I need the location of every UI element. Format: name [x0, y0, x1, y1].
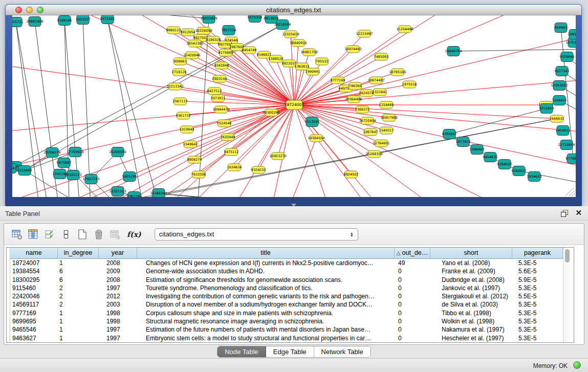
graph-node[interactable]: 16961758: [300, 49, 317, 56]
graph-node[interactable]: 18226058: [195, 27, 212, 34]
graph-node[interactable]: 1990441: [306, 68, 320, 75]
graph-node[interactable]: 1215688: [17, 166, 32, 176]
graph-node[interactable]: 7610306: [191, 171, 206, 178]
graph-node[interactable]: 1019949: [180, 126, 194, 133]
graph-node[interactable]: 10321103: [109, 187, 126, 196]
graph-node[interactable]: 2803144: [212, 75, 227, 82]
graph-node[interactable]: 795532: [316, 58, 329, 65]
graph-node[interactable]: 12213343: [166, 83, 183, 90]
graph-node[interactable]: 10944479: [212, 106, 229, 113]
resize-grip-icon[interactable]: [572, 193, 575, 196]
graph-node[interactable]: 6778801: [566, 154, 576, 164]
graph-node[interactable]: 16720404: [359, 117, 376, 124]
graph-node[interactable]: 5905185: [122, 172, 137, 182]
graph-node[interactable]: 10674487: [367, 77, 384, 84]
graph-node[interactable]: 9245012: [512, 166, 527, 176]
float-panel-icon[interactable]: [561, 210, 569, 217]
graph-node[interactable]: 1634610: [527, 172, 542, 182]
table-selector-combobox[interactable]: citations_edges.txt ▲▼: [155, 228, 358, 240]
table-row[interactable]: 946554611997Estimation of the future num…: [10, 325, 563, 334]
graph-node[interactable]: 746266: [349, 82, 362, 90]
column-header-in_degree[interactable]: in_degree: [58, 248, 99, 258]
graph-node[interactable]: 8454749: [242, 47, 257, 54]
resize-grip-icon[interactable]: [566, 188, 574, 195]
graph-node[interactable]: 19384554: [308, 135, 324, 142]
network-window-titlebar[interactable]: citations_edges.txt: [6, 5, 581, 15]
table-row[interactable]: 946362711997Embryonic stem cells: a mode…: [10, 334, 563, 342]
graph-node[interactable]: 12093832: [551, 81, 568, 91]
graph-node[interactable]: 15248316: [365, 150, 382, 158]
graph-node[interactable]: 909661: [174, 58, 187, 65]
graph-node[interactable]: 16543382: [186, 40, 203, 47]
graph-node[interactable]: 9361799: [127, 192, 142, 198]
graph-node[interactable]: 9329966: [560, 52, 575, 62]
graph-node[interactable]: 1875516: [402, 81, 417, 88]
table-row[interactable]: 2242004622012Investigating the contribut…: [10, 292, 563, 300]
network-canvas[interactable]: 1872400786601238912954182260589827503165…: [12, 15, 576, 197]
delete-table-button[interactable]: [108, 228, 122, 241]
table-row[interactable]: 969969511998Structural magnetic resonanc…: [10, 317, 563, 325]
graph-node[interactable]: 20691406: [26, 17, 43, 27]
graph-node[interactable]: 1588520: [269, 55, 284, 62]
graph-node[interactable]: 1067647: [363, 128, 378, 136]
graph-node[interactable]: 16033809: [200, 15, 217, 24]
vertical-scrollbar[interactable]: [563, 248, 571, 342]
scrollbar-thumb[interactable]: [565, 249, 570, 262]
show-columns-button[interactable]: [27, 228, 40, 241]
graph-node[interactable]: 3624574: [359, 90, 374, 97]
graph-node[interactable]: 9777169: [331, 77, 345, 84]
tab-network-table[interactable]: Network Table: [314, 346, 371, 357]
column-header-short[interactable]: short: [430, 248, 512, 258]
function-builder-button[interactable]: f(x): [127, 230, 141, 238]
graph-node[interactable]: 18795165: [389, 69, 406, 76]
graph-node[interactable]: 11254498: [396, 26, 413, 33]
graph-node[interactable]: 13325419: [282, 31, 299, 38]
graph-node[interactable]: 10953270: [269, 152, 286, 160]
merge-cells-button[interactable]: [59, 228, 73, 241]
graph-node[interactable]: 1053327: [76, 15, 91, 25]
graph-node[interactable]: 18724007: [285, 100, 304, 110]
graph-node[interactable]: 20364486: [345, 96, 362, 103]
graph-node[interactable]: 8912954: [181, 29, 195, 36]
graph-node[interactable]: 8244502: [497, 160, 512, 169]
graph-node[interactable]: 391541: [12, 164, 16, 173]
table-row[interactable]: 977716911998Corpus callosum shape and si…: [10, 309, 563, 317]
graph-node[interactable]: 12215987: [356, 30, 373, 37]
graph-node[interactable]: 10974493: [344, 46, 361, 53]
table-row[interactable]: 911546021997Tourette syndrome. Phenomeno…: [10, 284, 563, 292]
graph-node[interactable]: 9806274: [187, 156, 202, 163]
delete-rows-button[interactable]: [92, 228, 105, 241]
new-table-button[interactable]: [76, 228, 89, 241]
network-graph[interactable]: 1872400786601238912954182260589827503165…: [12, 15, 576, 197]
graph-node[interactable]: 2718126: [172, 69, 187, 76]
graph-node[interactable]: 5572301: [100, 15, 115, 24]
graph-node[interactable]: 2567137: [173, 98, 188, 105]
graph-node[interactable]: 25206550: [109, 147, 126, 157]
graph-node[interactable]: 1321641: [373, 89, 387, 96]
graph-node[interactable]: 1677919: [456, 137, 471, 147]
graph-node[interactable]: 22420046: [183, 52, 200, 59]
graph-node[interactable]: 16346342: [150, 189, 167, 198]
tab-edge-table[interactable]: Edge Table: [266, 346, 314, 357]
graph-node[interactable]: 17957233: [82, 174, 99, 184]
graph-node[interactable]: 9242848: [214, 62, 229, 69]
graph-node[interactable]: 9055721: [12, 17, 23, 27]
graph-node[interactable]: 8795957: [442, 129, 457, 139]
graph-node[interactable]: 1154469: [379, 101, 394, 108]
column-header-pagerank[interactable]: pagerank: [512, 248, 563, 258]
close-panel-icon[interactable]: ✕: [575, 208, 582, 217]
table-row[interactable]: 1938455462009Genome-wide association stu…: [10, 267, 563, 275]
graph-node[interactable]: 1549642: [183, 141, 198, 148]
graph-node[interactable]: 12505123: [64, 170, 81, 180]
graph-node[interactable]: 1454911: [556, 126, 571, 136]
graph-node[interactable]: 9227343: [555, 67, 570, 76]
table-row[interactable]: 1456911722003Disruption of a novel membe…: [10, 300, 563, 309]
graph-node[interactable]: 20206576: [43, 148, 60, 158]
graph-node[interactable]: 7635949: [221, 134, 235, 141]
graph-node[interactable]: 8475112: [224, 148, 239, 156]
table-row[interactable]: 1872400712008Changes of HCN gene express…: [10, 259, 563, 267]
graph-node[interactable]: 8660123: [166, 27, 181, 34]
graph-node[interactable]: 9106166: [57, 16, 72, 26]
graph-node[interactable]: 959903: [555, 23, 568, 33]
graph-node[interactable]: 16648784: [445, 47, 462, 56]
